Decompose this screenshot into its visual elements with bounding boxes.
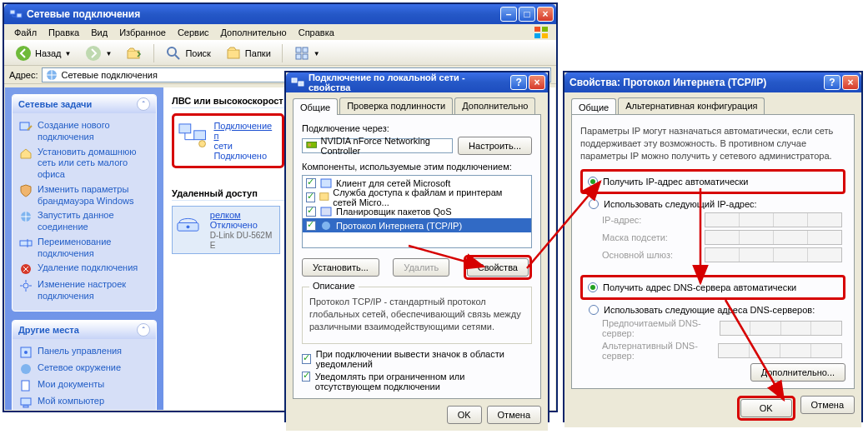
forward-button[interactable]: ▼ (79, 43, 118, 63)
connection-lan-name[interactable]: Подключение п (213, 121, 272, 141)
help-button[interactable]: ? (824, 75, 840, 90)
nic-icon (306, 140, 317, 152)
back-button[interactable]: Назад ▼ (9, 43, 77, 63)
install-button[interactable]: Установить... (302, 258, 379, 277)
search-label: Поиск (185, 48, 210, 58)
adapter-field[interactable]: NVIDIA nForce Networking Controller (302, 138, 453, 153)
menu-help[interactable]: Справка (294, 27, 339, 38)
tab-auth[interactable]: Проверка подлинности (339, 97, 453, 114)
svg-rect-18 (20, 241, 32, 246)
minimize-button[interactable]: – (500, 7, 517, 22)
checkbox[interactable] (306, 221, 316, 231)
ip-label: IP-адрес: (602, 215, 641, 225)
svg-rect-38 (321, 207, 331, 216)
tab-general[interactable]: Общие (571, 98, 616, 115)
computer-icon (19, 396, 33, 409)
component-row-selected[interactable]: Протокол Интернета (TCP/IP) (303, 218, 531, 232)
tab-page-general: Подключение через: NVIDIA nForce Network… (293, 114, 541, 399)
task-home-network[interactable]: Установить домашнюю сеть или сеть малого… (19, 145, 149, 182)
ok-button[interactable]: OK (740, 399, 792, 417)
properties-button[interactable]: Свойства (467, 258, 529, 277)
maximize-button[interactable]: □ (519, 7, 535, 22)
menubar: Файл Правка Вид Избранное Сервис Дополни… (4, 24, 556, 41)
menu-tools[interactable]: Сервис (173, 27, 214, 38)
tab-page-general: Параметры IP могут назначаться автоматич… (571, 114, 855, 389)
place-documents[interactable]: Мои документы (19, 377, 149, 394)
close-button[interactable]: × (842, 75, 859, 90)
connection-lan-line2[interactable]: сети (213, 141, 232, 151)
menu-favorites[interactable]: Избранное (114, 27, 171, 38)
folders-label: Папки (245, 48, 271, 58)
tab-general[interactable]: Общие (293, 98, 338, 115)
help-button[interactable]: ? (510, 75, 527, 90)
radio-ip-auto[interactable] (588, 177, 598, 187)
advanced-button[interactable]: Дополнительно... (750, 363, 845, 382)
svg-rect-13 (296, 54, 301, 59)
sidebar: Сетевые задачи ˆ Создание нового подключ… (5, 87, 163, 410)
task-settings[interactable]: Изменение настроек подключения (19, 277, 149, 304)
titlebar[interactable]: Подключение по локальной сети - свойства… (286, 72, 548, 92)
radio-dns-auto-label: Получить адрес DNS-сервера автоматически (603, 282, 796, 292)
highlight-ip-auto: Получить IP-адрес автоматически (580, 169, 845, 194)
search-button[interactable]: Поиск (159, 43, 216, 63)
menu-edit[interactable]: Правка (43, 27, 84, 38)
titlebar[interactable]: Сетевые подключения – □ × (4, 4, 556, 24)
checkbox[interactable] (306, 207, 316, 217)
titlebar[interactable]: Свойства: Протокол Интернета (TCP/IP) ? … (564, 72, 861, 92)
cancel-button[interactable]: Отмена (800, 396, 855, 414)
close-button[interactable]: × (529, 75, 545, 90)
radio-dns-manual[interactable] (589, 305, 599, 315)
svg-rect-3 (542, 27, 548, 32)
menu-advanced[interactable]: Дополнительно (216, 27, 292, 38)
sidebar-header-places[interactable]: Другие места ˆ (13, 321, 156, 339)
svg-rect-10 (228, 50, 239, 58)
svg-point-22 (24, 351, 28, 354)
menu-view[interactable]: Вид (86, 27, 113, 38)
cancel-button[interactable]: Отмена (487, 406, 541, 424)
checkbox[interactable] (306, 192, 315, 202)
menu-file[interactable]: Файл (9, 27, 42, 38)
place-network[interactable]: Сетевое окружение (19, 361, 149, 377)
components-label: Компоненты, используемые этим подключени… (302, 162, 532, 172)
task-rename[interactable]: Переименование подключения (19, 235, 149, 262)
task-start-connection[interactable]: Запустить данное соединение (19, 208, 149, 235)
connection-lan-status[interactable]: Подключено (213, 151, 267, 161)
sidebar-header-tasks[interactable]: Сетевые задачи ˆ (13, 95, 156, 113)
connection-lan[interactable]: Подключение п сети Подключено (176, 117, 280, 164)
tab-advanced[interactable]: Дополнительно (454, 97, 535, 114)
connection-dialup[interactable]: релком Отключено D-Link DU-562M E (172, 206, 280, 254)
svg-rect-27 (179, 124, 191, 133)
place-control-panel[interactable]: Панель управления (19, 344, 149, 361)
svg-rect-0 (10, 10, 15, 14)
description-group: Описание Протокол TCP/IP - стандартный п… (302, 287, 532, 344)
documents-icon (19, 379, 33, 392)
task-delete[interactable]: Удаление подключения (19, 261, 149, 277)
rename-icon (19, 237, 33, 250)
uninstall-button[interactable]: Удалить (393, 258, 449, 277)
radio-ip-manual[interactable] (589, 199, 599, 209)
component-row[interactable]: Служба доступа к файлам и принтерам сете… (303, 190, 531, 204)
window-title: Сетевые подключения (27, 8, 140, 20)
network-icon (45, 68, 58, 82)
close-button[interactable]: × (537, 7, 554, 22)
task-new-connection[interactable]: Создание нового подключения (19, 118, 149, 145)
folders-button[interactable]: Папки (219, 43, 277, 63)
checkbox-tray[interactable] (302, 354, 311, 364)
connection-dial-name[interactable]: релком (210, 210, 241, 220)
checkbox[interactable] (306, 178, 316, 188)
gateway-field (705, 247, 842, 262)
components-list[interactable]: Клиент для сетей Microsoft Служба доступ… (302, 175, 532, 248)
dns2-field (718, 343, 842, 358)
connection-dial-status[interactable]: Отключено (210, 220, 258, 230)
checkbox-notify[interactable] (302, 372, 310, 382)
svg-rect-24 (22, 381, 29, 391)
configure-button[interactable]: Настроить... (458, 137, 532, 155)
task-firewall[interactable]: Изменить параметры брандмауэра Windows (19, 182, 149, 209)
views-button[interactable]: ▼ (288, 43, 326, 63)
place-computer[interactable]: Мой компьютер (19, 394, 149, 410)
ok-button[interactable]: OK (447, 406, 482, 424)
tab-alt-config[interactable]: Альтернативная конфигурация (618, 97, 765, 114)
radio-dns-auto[interactable] (588, 282, 598, 292)
up-button[interactable] (120, 43, 148, 63)
windows-logo-icon (533, 25, 551, 40)
